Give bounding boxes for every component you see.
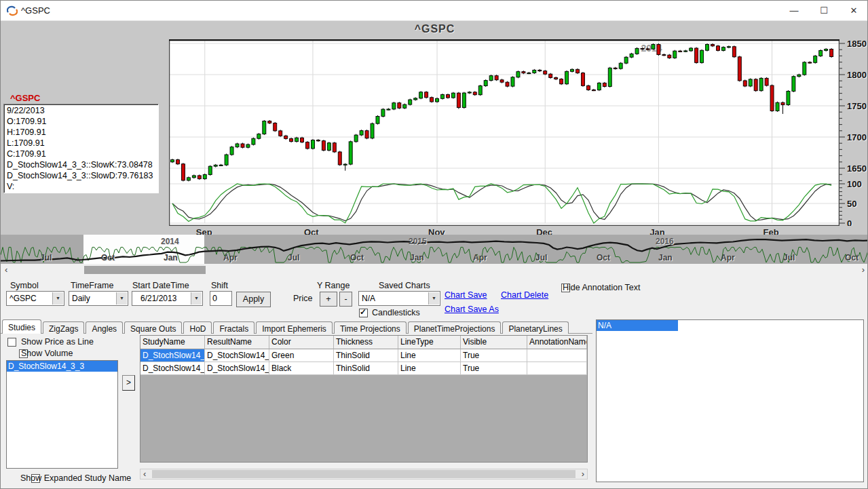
chevron-down-icon: ▼: [428, 292, 439, 305]
info-line: D_StochSlow14_3_3::SlowD:79.76183: [7, 170, 155, 181]
symbol-select[interactable]: ^GSPC▼: [6, 291, 64, 306]
price-chart[interactable]: 2014: [169, 39, 839, 226]
tab-planettimeprojections[interactable]: PlanetTimeProjections: [408, 321, 502, 335]
show-price-line-checkbox[interactable]: [7, 338, 16, 347]
study-results-table[interactable]: StudyNameResultNameColorThicknessLineTyp…: [140, 335, 588, 463]
table-cell[interactable]: D_StochSlow14_3_3: [140, 362, 205, 375]
chevron-down-icon: ▼: [191, 292, 202, 305]
study-listbox[interactable]: D_StochSlow14_3_3: [6, 360, 118, 469]
table-cell[interactable]: Line: [398, 362, 461, 375]
table-cell[interactable]: D_StochSlow14_3_3: [140, 349, 205, 362]
table-cell[interactable]: Green: [269, 349, 334, 362]
column-header[interactable]: AnnotationName: [527, 336, 587, 349]
yrange-plus-button[interactable]: +: [320, 292, 337, 307]
table-cell[interactable]: Black: [269, 362, 334, 375]
column-header[interactable]: Thickness: [334, 336, 398, 349]
show-price-line-label: Show Price as Line: [21, 337, 94, 347]
list-item[interactable]: N/A: [597, 320, 678, 331]
tab-angles[interactable]: Angles: [86, 321, 123, 335]
show-expanded-label: Show Expanded Study Name: [20, 473, 131, 483]
column-header[interactable]: Visible: [461, 336, 527, 349]
table-cell[interactable]: True: [461, 362, 527, 375]
navigator-scroll-thumb[interactable]: [84, 266, 206, 274]
column-header[interactable]: ResultName: [205, 336, 269, 349]
minimize-button[interactable]: —: [779, 1, 809, 21]
tab-import-ephemeris[interactable]: Import Ephemeris: [256, 321, 333, 335]
app-icon: [7, 5, 18, 16]
info-line: H:1709.91: [7, 127, 155, 138]
chart-save-link[interactable]: Chart Save: [445, 290, 487, 300]
scroll-right-icon[interactable]: ›: [862, 265, 865, 275]
yrange-minus-button[interactable]: -: [339, 292, 352, 307]
price-label: Price: [293, 294, 312, 303]
tab-zigzags[interactable]: ZigZags: [43, 321, 84, 335]
tab-fractals[interactable]: Fractals: [213, 321, 254, 335]
shift-field-label: Shift: [211, 281, 228, 290]
tab-studies[interactable]: Studies: [2, 319, 41, 334]
table-cell[interactable]: True: [461, 349, 527, 362]
info-line: V:: [7, 181, 155, 192]
svg-text:50: 50: [847, 199, 856, 209]
table-row[interactable]: D_StochSlow14_3_3D_StochSlow14_3_3GreenT…: [140, 349, 587, 362]
app-window: ^GSPC —☐✕ ^GSPC ^GSPC 9/22/2013O:1709.91…: [0, 0, 868, 489]
column-header[interactable]: StudyName: [140, 336, 205, 349]
navigator-scrollbar[interactable]: ‹ ›: [1, 265, 868, 275]
column-header[interactable]: Color: [269, 336, 334, 349]
svg-text:Oct: Oct: [597, 253, 610, 262]
title-bar: ^GSPC —☐✕: [1, 1, 868, 21]
tab-time-projections[interactable]: Time Projections: [334, 321, 407, 335]
column-header[interactable]: LineType: [398, 336, 461, 349]
chart-save-as-link[interactable]: Chart Save As: [445, 305, 499, 314]
svg-text:Jul: Jul: [535, 253, 547, 262]
table-cell[interactable]: D_StochSlow14_3_3: [205, 362, 269, 375]
start-datetime-select[interactable]: 6/21/2013▼: [132, 291, 203, 306]
tab-square-outs[interactable]: Square Outs: [124, 321, 182, 335]
table-cell[interactable]: ThinSolid: [334, 349, 398, 362]
svg-text:Oct: Oct: [845, 253, 858, 262]
close-button[interactable]: ✕: [839, 1, 868, 21]
bottom-edge: [1, 484, 868, 489]
chevron-down-icon: ▼: [116, 292, 127, 305]
list-item[interactable]: D_StochSlow14_3_3: [7, 361, 117, 372]
tab-planetarylines[interactable]: PlanetaryLines: [502, 321, 568, 335]
chart-controls: Symbol ^GSPC▼ TimeFrame Daily▼ Start Dat…: [1, 275, 868, 319]
svg-text:2015: 2015: [409, 237, 427, 246]
timeframe-select[interactable]: Daily▼: [69, 291, 128, 306]
table-hscrollbar[interactable]: ‹ ›: [140, 469, 588, 480]
apply-button[interactable]: Apply: [236, 292, 271, 307]
svg-text:Jan: Jan: [410, 253, 424, 262]
tab-hod[interactable]: HoD: [183, 321, 212, 335]
info-line: L:1709.91: [7, 138, 155, 149]
window-title: ^GSPC: [21, 5, 50, 16]
table-cell[interactable]: Line: [398, 349, 461, 362]
annotation-listbox[interactable]: N/A: [596, 319, 864, 482]
chevron-down-icon: ▼: [52, 292, 63, 305]
scroll-right-icon[interactable]: ›: [582, 469, 584, 479]
svg-text:Jan: Jan: [658, 253, 673, 262]
svg-text:0: 0: [847, 218, 852, 226]
chart-delete-link[interactable]: Chart Delete: [501, 290, 548, 300]
transfer-study-button[interactable]: >: [122, 375, 135, 391]
chart-title: ^GSPC: [1, 23, 868, 35]
table-cell[interactable]: [527, 362, 587, 375]
table-cell[interactable]: D_StochSlow14_3_3: [205, 349, 269, 362]
table-cell[interactable]: ThinSolid: [334, 362, 398, 375]
table-scroll-thumb[interactable]: [152, 470, 575, 478]
navigator-strip[interactable]: JulJulOctOctJanJanAprAprJulJulOctOctJanJ…: [1, 235, 868, 264]
svg-text:Jul: Jul: [40, 253, 52, 262]
price-axis: 1850185018001800175017501700170016501650…: [839, 39, 868, 226]
maximize-button[interactable]: ☐: [809, 1, 839, 21]
scroll-left-icon[interactable]: ‹: [5, 265, 7, 275]
yrange-label: Y Range: [317, 281, 350, 290]
scroll-left-icon[interactable]: ‹: [143, 469, 146, 479]
candlesticks-checkbox[interactable]: [359, 309, 368, 317]
svg-text:1650: 1650: [847, 163, 867, 174]
table-row[interactable]: D_StochSlow14_3_3D_StochSlow14_3_3BlackT…: [140, 362, 587, 375]
saved-charts-select[interactable]: N/A▼: [358, 291, 440, 306]
info-line: O:1709.91: [7, 116, 155, 127]
start-datetime-label: Start DateTime: [132, 281, 189, 290]
shift-input[interactable]: 0: [210, 291, 232, 306]
hide-annotation-label: Hide Annotation Text: [563, 283, 640, 292]
table-cell[interactable]: [527, 349, 587, 362]
symbol-label: ^GSPC: [10, 93, 40, 103]
